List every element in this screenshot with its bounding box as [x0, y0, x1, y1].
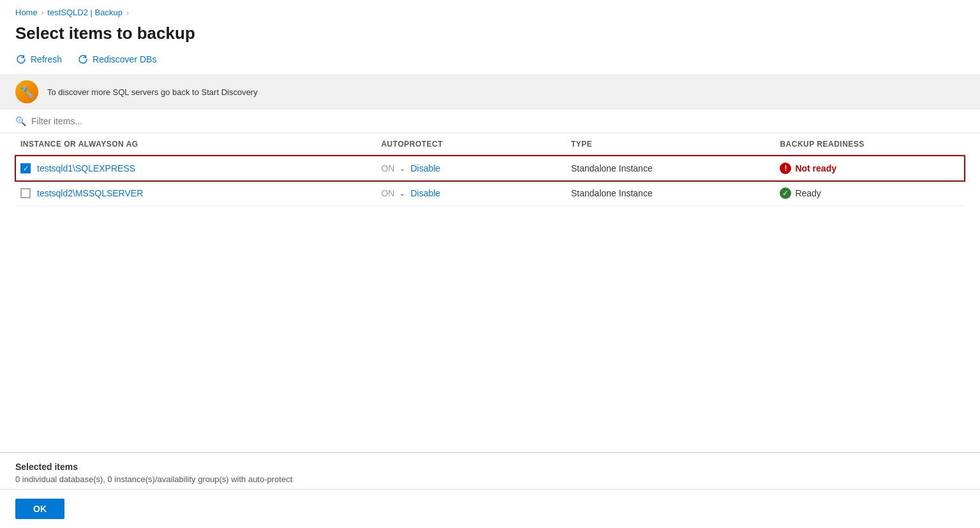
toolbar: Refresh Rediscover DBs — [0, 54, 980, 74]
filter-bar: 🔍 — [0, 110, 980, 133]
instance-link[interactable]: testsqld1\SQLEXPRESS — [37, 163, 135, 173]
rediscover-label: Rediscover DBs — [93, 54, 156, 64]
page-container: Home › testSQLD2 | Backup › Select items… — [0, 0, 980, 528]
autoprotect-chevron[interactable]: ⌄ — [399, 165, 405, 173]
refresh-icon — [15, 54, 27, 65]
status-ready: ✓Ready — [780, 187, 960, 199]
refresh-label: Refresh — [31, 54, 62, 64]
rediscover-icon — [77, 54, 89, 65]
footer-bar: OK — [0, 489, 980, 528]
table-row: testsqld2\MSSQLSERVERON⌄DisableStandalon… — [15, 181, 965, 206]
selected-items-bar: Selected items 0 individual database(s),… — [0, 452, 980, 489]
table-container: INSTANCE or AlwaysOn AG AUTOPROTECT TYPE… — [0, 133, 980, 452]
table-body: ✓testsqld1\SQLEXPRESSON⌄DisableStandalon… — [15, 156, 965, 206]
items-table: INSTANCE or AlwaysOn AG AUTOPROTECT TYPE… — [15, 133, 965, 206]
page-title: Select items to backup — [0, 21, 980, 54]
row-checkbox[interactable]: ✓ — [20, 163, 31, 173]
instance-link[interactable]: testsqld2\MSSQLSERVER — [37, 188, 143, 198]
breadcrumb-chevron-2: › — [126, 9, 129, 17]
readiness-cell: !Not ready — [775, 156, 965, 181]
type-value: Standalone Instance — [566, 156, 775, 181]
check-icon: ✓ — [780, 187, 791, 199]
filter-input[interactable] — [31, 116, 965, 126]
ok-button[interactable]: OK — [15, 499, 64, 519]
breadcrumb: Home › testSQLD2 | Backup › — [0, 0, 980, 21]
table-header: INSTANCE or AlwaysOn AG AUTOPROTECT TYPE… — [15, 133, 965, 156]
readiness-text: Ready — [795, 188, 820, 198]
type-value: Standalone Instance — [566, 181, 775, 206]
row-checkbox[interactable] — [20, 188, 31, 198]
selected-items-desc: 0 individual database(s), 0 instance(s)/… — [15, 474, 965, 484]
selected-items-title: Selected items — [15, 462, 965, 472]
breadcrumb-chevron-1: › — [41, 9, 44, 17]
rediscover-button[interactable]: Rediscover DBs — [77, 54, 156, 65]
readiness-cell: ✓Ready — [775, 181, 965, 206]
breadcrumb-backup[interactable]: testSQLD2 | Backup — [47, 8, 122, 17]
readiness-text: Not ready — [795, 163, 836, 173]
banner-text: To discover more SQL servers go back to … — [47, 87, 258, 97]
autoprotect-value: ON — [381, 188, 394, 198]
main-content: 🔍 INSTANCE or AlwaysOn AG AUTOPROTECT TY… — [0, 110, 980, 489]
search-icon: 🔍 — [15, 116, 26, 126]
info-banner: 🔧 To discover more SQL servers go back t… — [0, 74, 980, 110]
refresh-button[interactable]: Refresh — [15, 54, 62, 65]
autoprotect-chevron[interactable]: ⌄ — [399, 189, 405, 198]
error-icon: ! — [780, 163, 791, 174]
breadcrumb-home[interactable]: Home — [15, 8, 38, 17]
disable-link[interactable]: Disable — [410, 163, 440, 173]
col-header-instance: INSTANCE or AlwaysOn AG — [15, 133, 376, 156]
autoprotect-value: ON — [381, 163, 394, 173]
disable-link[interactable]: Disable — [410, 188, 440, 198]
status-not-ready: !Not ready — [780, 163, 960, 174]
wrench-icon: 🔧 — [15, 80, 38, 103]
col-header-type: TYPE — [566, 133, 775, 156]
col-header-readiness: BACKUP READINESS — [775, 133, 965, 156]
col-header-autoprotect: AUTOPROTECT — [376, 133, 566, 156]
table-row: ✓testsqld1\SQLEXPRESSON⌄DisableStandalon… — [15, 156, 965, 181]
